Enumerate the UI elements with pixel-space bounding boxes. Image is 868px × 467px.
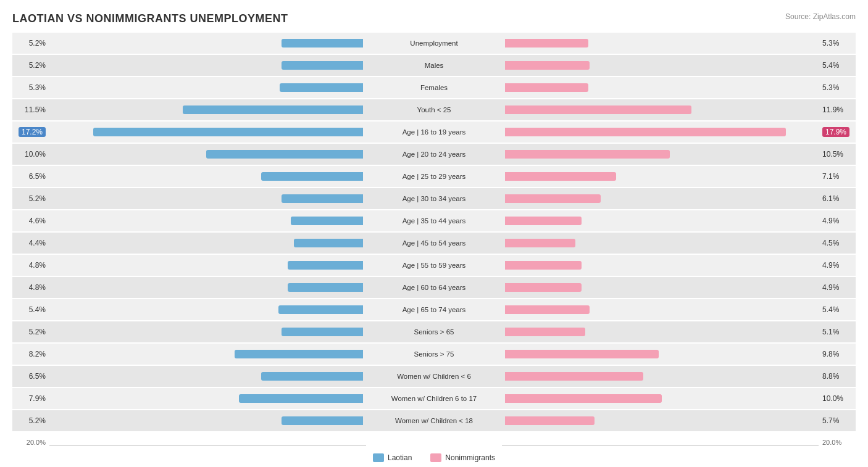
left-value: 4.6% <box>12 217 49 225</box>
right-value: 7.1% <box>819 172 856 181</box>
bar-label: Age | 60 to 64 years <box>363 284 505 291</box>
left-value: 6.5% <box>12 372 49 381</box>
legend-pink-swatch <box>430 453 441 462</box>
bars-area: Females <box>49 77 819 98</box>
left-value: 5.2% <box>12 328 49 336</box>
legend-nonimmigrants-label: Nonimmigrants <box>445 453 495 462</box>
bar-label: Age | 20 to 24 years <box>363 151 505 158</box>
bar-label: Age | 16 to 19 years <box>363 128 505 136</box>
bars-area: Age | 20 to 24 years <box>49 144 819 165</box>
left-value: 5.3% <box>12 83 49 92</box>
chart-row: 17.2%Age | 16 to 19 years17.9% <box>12 122 856 143</box>
bar-label: Age | 45 to 54 years <box>363 239 505 247</box>
bar-label: Unemployment <box>363 39 505 47</box>
right-value: 10.5% <box>819 150 856 159</box>
bars-area: Age | 65 to 74 years <box>49 299 819 320</box>
axis-row: 20.0% 20.0% <box>12 436 856 448</box>
legend-laotian-label: Laotian <box>388 453 412 462</box>
legend: Laotian Nonimmigrants <box>12 453 856 462</box>
left-value: 4.8% <box>12 283 49 292</box>
left-value: 5.4% <box>12 305 49 314</box>
left-value: 4.4% <box>12 239 49 247</box>
right-value: 17.9% <box>819 128 856 136</box>
right-value: 5.3% <box>819 83 856 92</box>
bars-area: Males <box>49 55 819 76</box>
chart-row: 4.6%Age | 35 to 44 years4.9% <box>12 210 856 231</box>
chart-row: 4.8%Age | 60 to 64 years4.9% <box>12 277 856 298</box>
bars-area: Unemployment <box>49 33 819 54</box>
source-text: Source: ZipAtlas.com <box>785 12 856 21</box>
bars-area: Women w/ Children < 6 <box>49 366 819 387</box>
chart-row: 11.5%Youth < 2511.9% <box>12 99 856 120</box>
bar-label: Seniors > 65 <box>363 328 505 336</box>
chart-row: 4.8%Age | 55 to 59 years4.9% <box>12 255 856 276</box>
chart-row: 5.2%Seniors > 655.1% <box>12 321 856 342</box>
chart-row: 6.5%Women w/ Children < 68.8% <box>12 366 856 387</box>
axis-right-label: 20.0% <box>819 439 856 446</box>
chart-row: 5.3%Females5.3% <box>12 77 856 98</box>
bars-area: Age | 60 to 64 years <box>49 277 819 298</box>
chart-row: 10.0%Age | 20 to 24 years10.5% <box>12 144 856 165</box>
chart-row: 8.2%Seniors > 759.8% <box>12 344 856 365</box>
left-value: 7.9% <box>12 394 49 403</box>
left-value: 11.5% <box>12 105 49 114</box>
axis-left-label: 20.0% <box>12 439 49 446</box>
right-value: 4.9% <box>819 261 856 270</box>
bars-area: Age | 35 to 44 years <box>49 210 819 231</box>
right-value: 4.9% <box>819 283 856 292</box>
right-value: 5.3% <box>819 39 856 48</box>
legend-laotian: Laotian <box>373 453 412 462</box>
bar-label: Females <box>363 84 505 91</box>
bar-label: Age | 65 to 74 years <box>363 306 505 313</box>
legend-blue-swatch <box>373 453 384 462</box>
bar-label: Age | 35 to 44 years <box>363 217 505 225</box>
right-value: 8.8% <box>819 372 856 381</box>
bars-area: Age | 45 to 54 years <box>49 233 819 254</box>
right-value: 11.9% <box>819 105 856 114</box>
left-value: 5.2% <box>12 61 49 70</box>
bar-label: Women w/ Children < 6 <box>363 373 505 380</box>
left-value: 6.5% <box>12 172 49 181</box>
bar-label: Age | 25 to 29 years <box>363 173 505 180</box>
left-value: 5.2% <box>12 416 49 425</box>
right-value: 9.8% <box>819 350 856 358</box>
left-value: 8.2% <box>12 350 49 358</box>
bars-area: Seniors > 75 <box>49 344 819 365</box>
bar-label: Seniors > 75 <box>363 350 505 358</box>
chart-row: 5.2%Unemployment5.3% <box>12 33 856 54</box>
bars-area: Youth < 25 <box>49 99 819 120</box>
legend-nonimmigrants: Nonimmigrants <box>430 453 495 462</box>
bars-area: Age | 30 to 34 years <box>49 188 819 209</box>
chart-row: 7.9%Women w/ Children 6 to 1710.0% <box>12 388 856 409</box>
bar-label: Women w/ Children < 18 <box>363 417 505 424</box>
left-value: 5.2% <box>12 39 49 48</box>
right-value: 10.0% <box>819 394 856 403</box>
bar-label: Males <box>363 62 505 69</box>
chart-row: 6.5%Age | 25 to 29 years7.1% <box>12 166 856 187</box>
chart-title: LAOTIAN VS NONIMMIGRANTS UNEMPLOYMENT <box>12 12 288 25</box>
bars-area: Seniors > 65 <box>49 321 819 342</box>
bar-label: Women w/ Children 6 to 17 <box>363 395 505 402</box>
right-value: 6.1% <box>819 194 856 203</box>
chart-area: 5.2%Unemployment5.3%5.2%Males5.4%5.3%Fem… <box>12 33 856 431</box>
right-value: 5.4% <box>819 305 856 314</box>
bars-area: Age | 25 to 29 years <box>49 166 819 187</box>
right-value: 5.1% <box>819 328 856 336</box>
chart-row: 5.2%Women w/ Children < 185.7% <box>12 410 856 431</box>
chart-row: 5.2%Age | 30 to 34 years6.1% <box>12 188 856 209</box>
bars-area: Women w/ Children < 18 <box>49 410 819 431</box>
chart-container: LAOTIAN VS NONIMMIGRANTS UNEMPLOYMENT So… <box>0 0 868 467</box>
bar-label: Age | 30 to 34 years <box>363 195 505 202</box>
left-value: 4.8% <box>12 261 49 270</box>
bars-area: Age | 55 to 59 years <box>49 255 819 276</box>
chart-row: 4.4%Age | 45 to 54 years4.5% <box>12 233 856 254</box>
right-value: 4.5% <box>819 239 856 247</box>
right-value: 5.7% <box>819 416 856 425</box>
right-value: 4.9% <box>819 217 856 225</box>
left-value: 17.2% <box>12 128 49 136</box>
right-value: 5.4% <box>819 61 856 70</box>
bars-area: Age | 16 to 19 years <box>49 122 819 143</box>
left-value: 10.0% <box>12 150 49 159</box>
bar-label: Youth < 25 <box>363 106 505 114</box>
bar-label: Age | 55 to 59 years <box>363 262 505 269</box>
